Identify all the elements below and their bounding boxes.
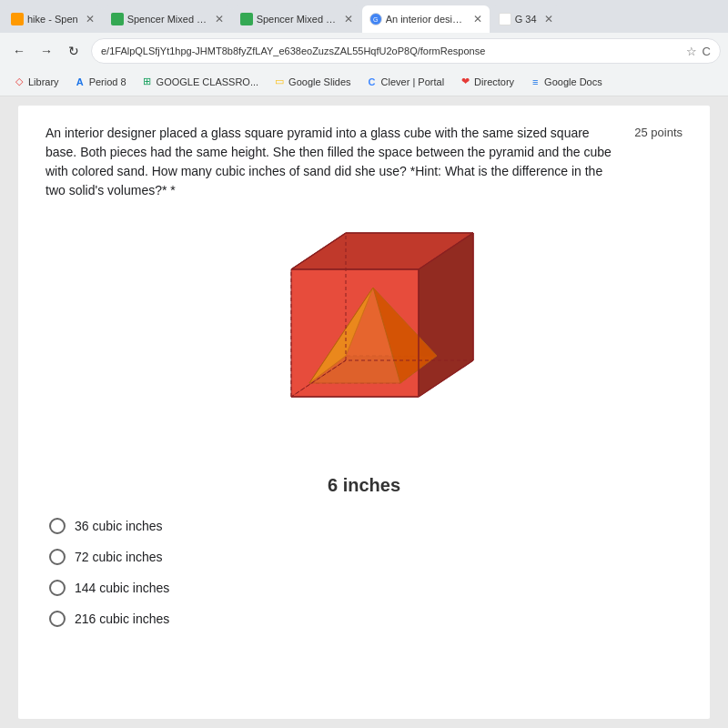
tab-active[interactable]: G An interior designer plac ✕	[362, 5, 490, 33]
forward-button[interactable]: →	[35, 39, 58, 63]
tab-favicon-3	[240, 13, 253, 25]
period8-icon: A	[74, 76, 86, 88]
points-badge: 25 points	[634, 126, 682, 139]
tab-spencer1[interactable]: Spencer Mixed Volume T ✕	[104, 5, 231, 33]
option-label-4: 216 cubic inches	[75, 612, 169, 626]
bookmark-google-docs[interactable]: ≡ Google Docs	[523, 74, 608, 90]
tab-label-4: An interior designer plac	[386, 14, 466, 25]
form-card: An interior designer placed a glass squa…	[18, 106, 710, 719]
tab-bar: hike - Spen ✕ Spencer Mixed Volume T ✕ S…	[0, 0, 728, 33]
radio-3[interactable]	[49, 580, 66, 596]
page-content: An interior designer placed a glass squa…	[0, 96, 728, 728]
bookmark-docs-label: Google Docs	[544, 76, 602, 87]
dimension-label: 6 inches	[328, 475, 400, 496]
tab-favicon-1	[11, 13, 24, 25]
radio-2[interactable]	[49, 549, 66, 565]
question-text: An interior designer placed a glass squa…	[46, 124, 634, 200]
tab-label-1: hike - Spen	[27, 14, 78, 25]
bookmark-classroom-label: GOOGLE CLASSRO...	[157, 76, 258, 87]
image-container: 6 inches	[46, 215, 682, 496]
docs-icon: ≡	[529, 76, 541, 88]
slides-icon: ▭	[273, 76, 286, 88]
bookmark-slides-label: Google Slides	[288, 76, 351, 87]
pyramid-cube-illustration	[218, 215, 510, 470]
option-2[interactable]: 72 cubic inches	[46, 541, 682, 572]
tab-g34[interactable]: G 34 ✕	[491, 5, 561, 33]
tab-favicon-5	[499, 13, 511, 25]
tab-close-3[interactable]: ✕	[344, 13, 353, 25]
option-3[interactable]: 144 cubic inches	[46, 572, 682, 603]
bookmark-period8[interactable]: A Period 8	[68, 74, 132, 90]
options-list: 36 cubic inches 72 cubic inches 144 cubi…	[46, 511, 682, 634]
bookmark-google-classroom[interactable]: ⊞ GOOGLE CLASSRO...	[136, 74, 264, 90]
bookmark-library-label: Library	[28, 76, 59, 87]
reload-button[interactable]: ↻	[62, 39, 86, 63]
tab-label-3: Spencer Mixed Volume T	[257, 14, 337, 25]
bookmark-period8-label: Period 8	[89, 76, 126, 87]
reload-icon[interactable]: C	[703, 45, 711, 58]
nav-buttons: ← → ↻	[7, 39, 86, 63]
tab-hike[interactable]: hike - Spen ✕	[4, 5, 102, 33]
star-icon[interactable]: ☆	[686, 45, 697, 58]
tab-spencer2[interactable]: Spencer Mixed Volume T ✕	[233, 5, 360, 33]
tab-close-2[interactable]: ✕	[215, 13, 224, 25]
tab-favicon-2	[111, 13, 124, 25]
svg-text:G: G	[373, 16, 378, 23]
option-label-3: 144 cubic inches	[75, 581, 169, 595]
directory-icon: ❤	[459, 76, 471, 88]
question-header: An interior designer placed a glass squa…	[46, 124, 682, 200]
option-4[interactable]: 216 cubic inches	[46, 603, 682, 634]
back-button[interactable]: ←	[7, 39, 31, 63]
clever-icon: C	[366, 76, 379, 88]
tab-label-2: Spencer Mixed Volume T	[127, 14, 207, 25]
bookmark-google-slides[interactable]: ▭ Google Slides	[268, 74, 357, 90]
bookmark-directory[interactable]: ❤ Directory	[453, 74, 520, 90]
bookmark-library[interactable]: ◇ Library	[7, 74, 65, 90]
tab-close-5[interactable]: ✕	[544, 13, 553, 25]
library-icon: ◇	[13, 76, 25, 88]
radio-1[interactable]	[49, 518, 66, 534]
browser-chrome: hike - Spen ✕ Spencer Mixed Volume T ✕ S…	[0, 0, 728, 96]
bookmarks-bar: ◇ Library A Period 8 ⊞ GOOGLE CLASSRO...…	[0, 69, 728, 96]
tab-close-1[interactable]: ✕	[86, 13, 95, 25]
address-bar-row: ← → ↻ e/1FAlpQLSfjYt1hpg-JHMT8b8fyZfLAY_…	[0, 33, 728, 69]
bookmark-clever[interactable]: C Clever | Portal	[360, 74, 450, 90]
address-box[interactable]: e/1FAlpQLSfjYt1hpg-JHMT8b8fyZfLAY_e638eo…	[91, 38, 721, 64]
option-1[interactable]: 36 cubic inches	[46, 511, 682, 541]
address-icons: ☆ C	[686, 45, 711, 58]
tab-close-4[interactable]: ✕	[473, 13, 482, 25]
bookmark-directory-label: Directory	[474, 76, 514, 87]
option-label-1: 36 cubic inches	[75, 519, 163, 533]
classroom-icon: ⊞	[141, 76, 154, 88]
radio-4[interactable]	[49, 611, 66, 627]
option-label-2: 72 cubic inches	[75, 550, 163, 564]
address-text: e/1FAlpQLSfjYt1hpg-JHMT8b8fyZfLAY_e638eo…	[101, 46, 686, 56]
tab-favicon-4: G	[369, 13, 382, 25]
tab-label-5: G 34	[515, 14, 537, 25]
bookmark-clever-label: Clever | Portal	[381, 76, 445, 87]
